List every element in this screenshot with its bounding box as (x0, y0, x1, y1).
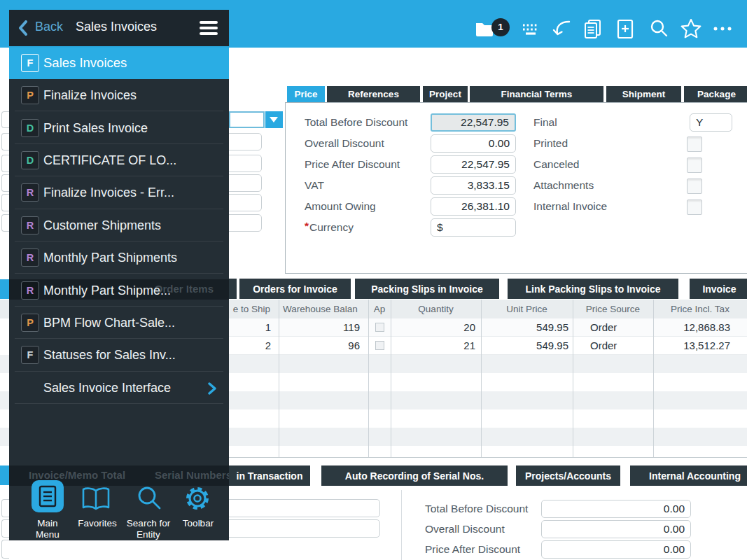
ghost-serial-numbers: Serial Numbers (155, 469, 229, 481)
dock-label-main-menu[interactable]: Main Menu (27, 518, 69, 540)
entity-type-badge: R (21, 281, 39, 300)
column-header-price-incl-tax[interactable]: Price Incl. Tax (653, 300, 747, 318)
field-input-total-before-discount[interactable]: 22,547.95 (431, 113, 516, 132)
field-label: *Currency (305, 218, 354, 237)
column-header-unit-price[interactable]: Unit Price (481, 300, 573, 318)
clipped-row-stripe-fragment (0, 355, 9, 373)
tab-auto-recording-of-serial-nos[interactable]: Auto Recording of Serial Nos. (321, 465, 508, 486)
order-items-table: e to ShipWarehouse BalanApQuantityUnit P… (229, 300, 747, 457)
entity-type-badge: P (21, 314, 39, 332)
column-header-ap[interactable]: Ap (368, 300, 391, 318)
tab-financial-terms[interactable]: Financial Terms (470, 86, 603, 102)
dropdown-button[interactable] (265, 111, 283, 128)
checkbox-internal-invoice[interactable] (687, 200, 702, 215)
field-input-vat[interactable]: 3,833.15 (431, 176, 516, 195)
menu-item-statuses-for-sales-inv[interactable]: FStatuses for Sales Inv... (9, 339, 229, 371)
dock-label-favorites[interactable]: Favorites (72, 518, 123, 529)
flag-label: Attachments (533, 176, 594, 195)
row-checkbox[interactable] (375, 323, 384, 332)
tab-invoice[interactable]: Invoice (690, 279, 747, 299)
column-header-warehouse-balan[interactable]: Warehouse Balan (279, 300, 368, 318)
column-header-price-source[interactable]: Price Source (573, 300, 653, 318)
menu-item-label: Customer Shipments (43, 218, 161, 232)
tab-internal-accounting[interactable]: Internal Accounting (630, 465, 747, 486)
ghost-invoice-memo-total: Invoice/Memo Total (29, 469, 125, 481)
empty-row (229, 446, 747, 457)
column-header-e-to-ship[interactable]: e to Ship (229, 300, 279, 318)
tab-price[interactable]: Price (287, 86, 325, 102)
menu-item-certificate-of-lo[interactable]: DCERTIFICATE OF LO... (9, 144, 229, 176)
tab-link-packing-slips-to-invoice[interactable]: Link Packing Slips to Invoice (508, 279, 678, 299)
checkbox-canceled[interactable] (687, 158, 702, 173)
field-input-price-after-discount[interactable]: 22,547.95 (431, 155, 516, 174)
hamburger-menu-icon[interactable] (200, 21, 218, 38)
row-checkbox[interactable] (375, 341, 384, 350)
dock-label-search-for-entity[interactable]: Search for Entity (120, 518, 176, 540)
menu-item-finalize-invoices-err[interactable]: RFinalize Invoices - Err... (9, 176, 229, 209)
column-header-quantity[interactable]: Quantity (391, 300, 481, 318)
chevron-down-icon (270, 117, 278, 122)
menu-item-monthly-part-shipments[interactable]: RMonthly Part Shipments (9, 241, 229, 274)
column-separator (279, 300, 279, 457)
search-icon[interactable] (648, 18, 670, 40)
chevron-right-icon (208, 382, 216, 395)
field-input-overall-discount[interactable]: 0.00 (431, 134, 516, 153)
menu-item-active[interactable]: F Sales Invoices (9, 48, 229, 79)
checkbox-attachments[interactable] (687, 178, 702, 194)
back-button[interactable]: Back (35, 20, 63, 34)
tab-in-transaction[interactable]: in Transaction (229, 465, 310, 486)
field-input-amount-owing[interactable]: 26,381.10 (431, 197, 516, 216)
checkbox-printed[interactable] (687, 136, 702, 152)
gear-icon[interactable] (183, 484, 211, 512)
magnifier-icon[interactable] (135, 484, 163, 512)
clipped-input[interactable] (223, 499, 380, 517)
cell: 20 (391, 318, 481, 336)
field-input-price-after-discount-bottom[interactable]: 0.00 (541, 540, 691, 559)
tab-shipment[interactable]: Shipment (606, 86, 681, 102)
new-document-icon[interactable] (614, 18, 636, 40)
menu-item-label: Monthly Part Shipme... (43, 283, 171, 298)
back-chevron-icon[interactable] (18, 20, 28, 36)
tab-packing-slips-in-invoice[interactable]: Packing Slips in Invoice (355, 279, 499, 299)
section-divider (401, 490, 402, 560)
table-row[interactable]: 111920549.95Order12,868.83 (229, 318, 747, 337)
lookup-field[interactable] (229, 111, 265, 128)
menu-item-print-sales-invoice[interactable]: DPrint Sales Invoice (9, 111, 229, 144)
menu-item-label: Statuses for Sales Inv... (43, 348, 176, 363)
table-bottom-border (229, 457, 747, 458)
tab-projects-accounts[interactable]: Projects/Accounts (516, 465, 620, 486)
field-label: VAT (305, 176, 324, 195)
copy-documents-icon[interactable] (582, 18, 604, 40)
star-favorite-icon[interactable] (680, 18, 702, 40)
field-input-currency[interactable]: $ (431, 218, 516, 237)
tab-references[interactable]: References (327, 86, 420, 102)
tab-project[interactable]: Project (423, 86, 468, 102)
dock-main-menu[interactable] (32, 480, 64, 512)
keyboard-icon[interactable] (519, 18, 542, 40)
menu-list-icon (38, 485, 57, 507)
clipped-field-fragment (1, 194, 9, 211)
dock-label-toolbar[interactable]: Toolbar (174, 518, 223, 529)
hidden-tab-sliver[interactable] (229, 279, 237, 299)
notification-badge: 1 (491, 18, 510, 36)
menu-item-monthly-part-shipme[interactable]: RMonthly Part Shipme... (9, 274, 229, 306)
menu-item-customer-shipments[interactable]: RCustomer Shipments (9, 209, 229, 241)
flag-label: Internal Invoice (533, 197, 607, 216)
empty-row (229, 391, 747, 410)
clipped-input[interactable] (223, 519, 380, 538)
clipped-field-fragment (1, 519, 9, 538)
menu-item-label: Print Sales Invoice (43, 120, 148, 135)
tab-package[interactable]: Package (684, 86, 747, 102)
menu-item-sales-invoice-interface[interactable]: Sales Invoice Interface (9, 372, 229, 404)
field-input-total-before-discount-bottom[interactable]: 0.00 (541, 500, 691, 518)
flag-input-final[interactable]: Y (690, 113, 732, 132)
more-ellipsis-icon[interactable] (711, 18, 734, 40)
table-row[interactable]: 29621549.95Order13,512.27 (229, 337, 747, 355)
tab-orders-for-invoice[interactable]: Orders for Invoice (239, 279, 351, 299)
menu-item-bpm-flow-chart-sale[interactable]: PBPM Flow Chart-Sale... (9, 307, 229, 339)
clipped-row-stripe-fragment (0, 428, 9, 446)
menu-item-finalize-invoices[interactable]: PFinalize Invoices (9, 79, 229, 111)
field-input-overall-discount-bottom[interactable]: 0.00 (541, 520, 691, 538)
undo-arrow-icon[interactable] (551, 18, 573, 40)
open-book-icon[interactable] (81, 487, 111, 511)
